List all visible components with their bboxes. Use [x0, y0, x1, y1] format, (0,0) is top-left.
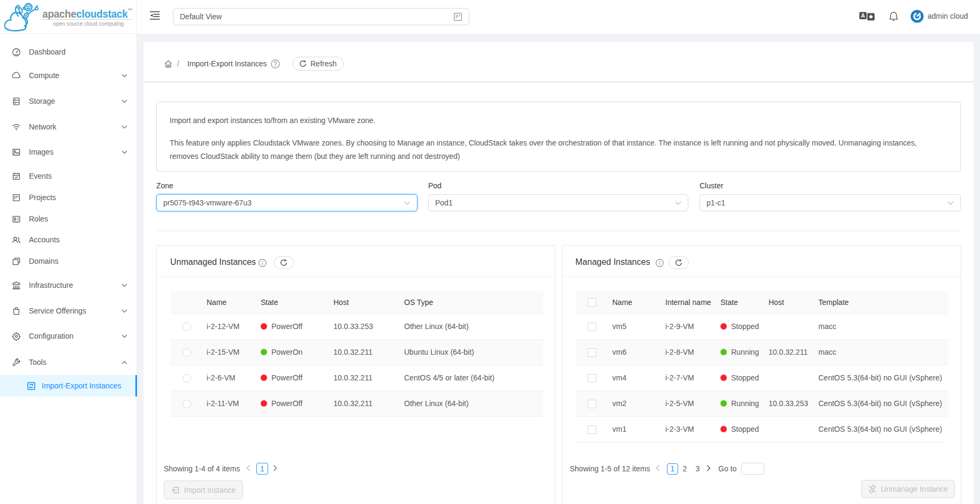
svg-text:A: A — [861, 12, 865, 19]
